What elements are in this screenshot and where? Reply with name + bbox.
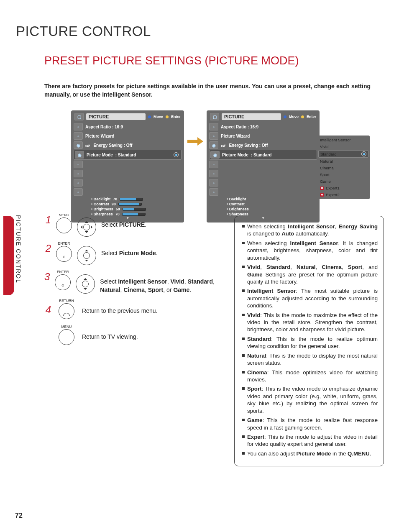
menu-row-picture-mode[interactable]: ◉ Picture Mode : Standard <box>74 150 182 160</box>
step-number: 1 <box>44 215 51 225</box>
step-text: Return to the previous menu. <box>82 307 158 315</box>
nav-pad-icon <box>76 274 95 294</box>
menu-row-spacer: ▫ <box>71 169 184 178</box>
popup-option[interactable]: Natural <box>318 158 368 164</box>
menu-row-wizard[interactable]: ▫Picture Wizard <box>207 131 320 141</box>
step-text: Select Intelligent Sensor, Vivid, Standa… <box>100 274 229 294</box>
btn-label: RETURN <box>59 299 74 303</box>
osd-panel-left: ▢ PICTURE Move Enter ▫Aspect Ratio : 16:… <box>71 110 184 223</box>
menu-row-aspect[interactable]: ▫Aspect Ratio : 16:9 <box>71 122 184 131</box>
menu-button-icon: MENU <box>59 329 74 345</box>
menu-row-energy[interactable]: ◉e⌀Energy Saving : Off <box>71 141 184 150</box>
row-label: Picture Mode <box>87 153 113 157</box>
slider-track[interactable] <box>118 203 142 206</box>
header-icon: ▢ <box>74 113 84 120</box>
popup-option[interactable]: Game <box>318 178 368 184</box>
info-item: Expert: This is the mode to adjust the v… <box>242 433 378 448</box>
osd-diagrams: ▢ PICTURE Move Enter ▫Aspect Ratio : 16:… <box>71 110 320 223</box>
btn-label: ENTER <box>57 270 69 274</box>
slider-label: • Backlight <box>227 197 246 201</box>
info-box: When selecting Intelligent Sensor, Energ… <box>234 216 384 466</box>
return-button-icon: RETURN <box>59 303 74 319</box>
opt-label: Expert1 <box>326 186 340 190</box>
opt-label: Expert2 <box>326 192 340 197</box>
picture-mode-icon: ◉ <box>75 151 84 159</box>
spacer-icon: ▫ <box>74 170 83 177</box>
row-text: Picture Wizard <box>221 134 250 138</box>
slider-label: • Backlight <box>91 197 110 201</box>
osd-title: PICTURE <box>222 113 281 120</box>
slider-label: • Sharpness <box>91 212 113 216</box>
popup-option[interactable]: Vivid <box>318 143 368 150</box>
step-text: Return to TV viewing. <box>82 333 138 341</box>
slider-contrast[interactable]: • Contrast <box>207 202 320 207</box>
popup-option[interactable]: Intelligent Sensor <box>318 137 368 143</box>
row-text: Picture Wizard <box>85 134 114 138</box>
expert-badge-icon: ✱ <box>320 193 324 197</box>
nav-pad-icon <box>77 246 96 265</box>
slider-backlight[interactable]: • Backlight70 <box>71 197 184 202</box>
info-item: Intelligent Sensor: The most suitable pi… <box>242 287 378 309</box>
aspect-icon: ▫ <box>209 123 218 130</box>
slider-label: • Contrast <box>227 202 245 206</box>
hint-move: Move <box>153 115 163 119</box>
menu-button-icon: MENU <box>56 217 72 233</box>
step-2: 2 ENTER⊙ Select Picture Mode. <box>44 246 229 265</box>
step-number: 2 <box>44 243 51 253</box>
popup-option[interactable]: Sport <box>318 171 368 178</box>
row-text: Aspect Ratio : 16:9 <box>85 125 123 129</box>
row-value: : Standard <box>251 153 271 157</box>
menu-row-aspect[interactable]: ▫Aspect Ratio : 16:9 <box>207 122 320 131</box>
slider-value: 50 <box>116 207 120 211</box>
popup-option[interactable]: ✱Expert2 <box>318 192 368 198</box>
enter-dot-icon <box>166 115 169 118</box>
popup-option[interactable]: ✱Expert1 <box>318 185 368 191</box>
wizard-icon: ▫ <box>74 132 83 140</box>
spacer-icon: ▫ <box>74 161 83 168</box>
energy-icon: ◉ <box>209 141 218 149</box>
row-text: Energy Saving : Off <box>93 143 132 148</box>
section-heading: PRESET PICTURE SETTINGS (PICTURE MODE) <box>44 54 299 67</box>
slider-brightness[interactable]: • Brightness50 <box>71 207 184 212</box>
row-text: Energy Saving : Off <box>229 143 268 148</box>
menu-row-picture-mode[interactable]: ◉ Picture Mode : Standard <box>209 150 317 160</box>
info-item: Game: This is the mode to realize fast r… <box>242 417 378 431</box>
opt-label: Game <box>320 179 331 184</box>
slider-track[interactable] <box>120 198 143 201</box>
slider-track[interactable] <box>122 213 146 216</box>
slider-value: 70 <box>115 212 120 216</box>
slider-backlight[interactable]: • Backlight <box>207 197 320 202</box>
row-label: Picture Mode <box>222 153 248 157</box>
move-dot-icon <box>284 115 286 118</box>
menu-row-wizard[interactable]: ▫Picture Wizard <box>71 131 184 141</box>
hint-enter: Enter <box>171 115 181 119</box>
menu-row-spacer: ▫ <box>207 187 320 197</box>
nav-pad-icon <box>77 217 96 237</box>
menu-row-energy[interactable]: ◉e⌀Energy Saving : Off <box>207 141 320 150</box>
slider-contrast[interactable]: • Contrast90 <box>71 202 184 207</box>
menu-row-spacer: ▫ <box>207 160 320 169</box>
info-item: Vivid: This is the mode to maximize the … <box>242 312 378 333</box>
enter-button-icon: ENTER⊙ <box>56 246 72 262</box>
intro-text: There are factory presets for picture se… <box>44 82 371 99</box>
opt-label: Natural <box>320 159 333 164</box>
menu-row-spacer: ▫ <box>71 187 184 197</box>
spacer-icon: ▫ <box>209 170 218 177</box>
popup-option[interactable]: Cinema <box>318 165 368 171</box>
spacer-icon: ▫ <box>209 179 218 187</box>
osd-title: PICTURE <box>86 113 146 120</box>
step-1: 1 MENU Select PICTURE. <box>44 217 229 237</box>
expert-badge-icon: ✱ <box>320 187 324 190</box>
return-arc-icon <box>63 313 70 316</box>
slider-track[interactable] <box>123 208 146 211</box>
popup-option-selected[interactable]: Standard <box>318 150 368 158</box>
step-4: 4 RETURN Return to the previous menu. <box>44 303 229 319</box>
slider-brightness[interactable]: • Brightness <box>207 207 320 212</box>
row-text: Aspect Ratio : 16:9 <box>221 125 258 129</box>
info-item: Vivid, Standard, Natural, Cinema, Sport,… <box>242 263 378 285</box>
wizard-icon: ▫ <box>209 132 218 140</box>
step-3: 3 ENTER⊙ Select Intelligent Sensor, Vivi… <box>44 274 229 294</box>
steps-column: 1 MENU Select PICTURE. 2 ENTER⊙ Select P… <box>44 217 229 355</box>
picture-mode-popup: Intelligent Sensor Vivid Standard Natura… <box>317 136 370 199</box>
enter-dot-icon <box>301 115 304 118</box>
